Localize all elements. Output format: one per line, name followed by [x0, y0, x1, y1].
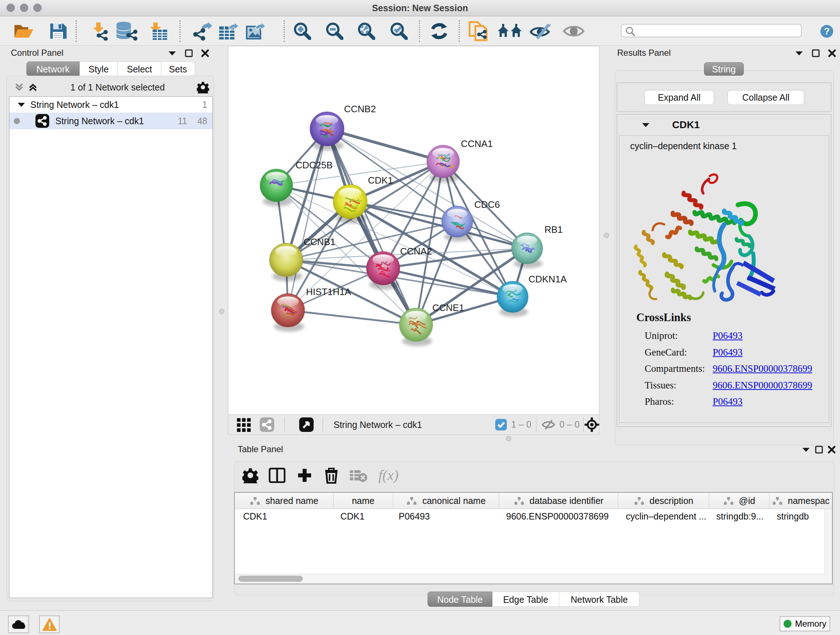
svg-text:CCNE1: CCNE1 [432, 302, 464, 313]
svg-text:CCNB2: CCNB2 [344, 103, 376, 114]
svg-text:CDC25B: CDC25B [295, 160, 333, 171]
svg-text:HIST1H1A: HIST1H1A [306, 287, 351, 297]
svg-text:CCNB1: CCNB1 [303, 236, 335, 247]
svg-text:CDKN1A: CDKN1A [529, 274, 567, 285]
svg-text:CDC6: CDC6 [474, 199, 500, 210]
svg-text:CCNA1: CCNA1 [461, 138, 493, 149]
svg-text:?: ? [824, 26, 830, 36]
svg-text:RB1: RB1 [545, 224, 563, 235]
svg-text:CDK1: CDK1 [368, 175, 393, 186]
svg-text:CCNA2: CCNA2 [400, 246, 432, 257]
